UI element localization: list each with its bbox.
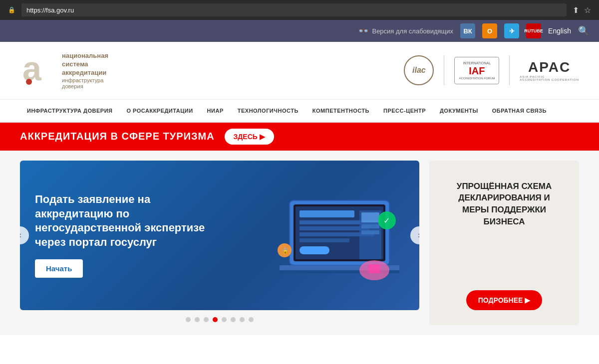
lock-icon: 🔒	[8, 6, 15, 13]
nav-item-documents[interactable]: ДОКУМЕНТЫ	[433, 100, 485, 122]
svg-text:✓: ✓	[383, 216, 390, 225]
dot-8[interactable]	[249, 317, 254, 322]
slide-image: ✓ 🔒	[260, 171, 409, 300]
iaf-logo: INTERNATIONAL IAF ACCREDITATION FORUM	[454, 55, 499, 85]
search-button[interactable]: 🔍	[578, 25, 589, 36]
nav-item-feedback[interactable]: ОБРАТНАЯ СВЯЗЬ	[485, 100, 554, 122]
ilac-logo: ilac	[404, 55, 434, 85]
url-text: https://fsa.gov.ru	[26, 6, 74, 14]
dot-7[interactable]	[240, 317, 245, 322]
side-panel-button[interactable]: ПОДРОБНЕЕ ▶	[466, 290, 543, 310]
dot-4[interactable]	[213, 317, 218, 322]
slide-start-button[interactable]: Начать	[35, 259, 83, 278]
logo-text: национальнаясистемааккредитации инфрастр…	[62, 52, 108, 89]
svg-rect-7	[300, 226, 369, 230]
logo-icon[interactable]: а	[20, 53, 55, 88]
slider-section: ‹ Подать заявление на аккредитацию по не…	[20, 161, 419, 325]
tourism-banner: АККРЕДИТАЦИЯ В СФЕРЕ ТУРИЗМА ЗДЕСЬ ▶	[0, 123, 599, 151]
nav-list: ИНФРАСТРУКТУРА ДОВЕРИЯ О РОСАККРЕДИТАЦИИ…	[20, 100, 579, 122]
banner-button[interactable]: ЗДЕСЬ ▶	[225, 129, 274, 145]
apac-logo: APAC ASIA PACIFICACCREDITATION COOPERATI…	[520, 55, 579, 85]
side-panel: УПРОЩЁННАЯ СХЕМА ДЕКЛАРИРОВАНИЯ И МЕРЫ П…	[429, 161, 579, 325]
divider-2	[509, 55, 510, 85]
bookmark-icon[interactable]: ☆	[584, 5, 591, 15]
nav-item-technology[interactable]: ТЕХНОЛОГИЧНОСТЬ	[231, 100, 305, 122]
main-content: ‹ Подать заявление на аккредитацию по не…	[0, 151, 599, 335]
logo-section: а национальнаясистемааккредитации инфрас…	[20, 52, 108, 89]
ok-button[interactable]: О	[482, 23, 497, 38]
slider-dots	[20, 317, 419, 322]
svg-text:а: а	[22, 53, 42, 87]
logo-subtitle: инфраструктурадоверия	[62, 77, 108, 89]
ilac-circle-logo: ilac	[404, 55, 434, 85]
dot-5[interactable]	[222, 317, 227, 322]
slide-content: Подать заявление на аккредитацию по него…	[35, 192, 225, 278]
svg-rect-9	[300, 238, 349, 242]
side-panel-title: УПРОЩЁННАЯ СХЕМА ДЕКЛАРИРОВАНИЯ И МЕРЫ П…	[444, 181, 564, 228]
nav-item-about[interactable]: О РОСАККРЕДИТАЦИИ	[119, 100, 200, 122]
rutube-button[interactable]: RUTUBE	[526, 23, 541, 38]
svg-rect-14	[361, 230, 379, 234]
dot-6[interactable]	[231, 317, 236, 322]
header: а национальнаясистемааккредитации инфрас…	[0, 42, 599, 100]
slide: ‹ Подать заявление на аккредитацию по не…	[20, 161, 419, 310]
svg-rect-12	[361, 212, 379, 222]
nav-item-niar[interactable]: НИАР	[200, 100, 231, 122]
dot-1[interactable]	[186, 317, 191, 322]
dot-2[interactable]	[195, 317, 200, 322]
browser-chrome: 🔒 https://fsa.gov.ru ⬆ ☆	[0, 0, 599, 20]
top-bar: 👓 Версия для слабовидящих ВК О ✈ RUTUBE …	[0, 20, 599, 42]
divider-1	[444, 55, 444, 85]
banner-text: АККРЕДИТАЦИЯ В СФЕРЕ ТУРИЗМА	[20, 131, 215, 142]
nav-item-infrastructure[interactable]: ИНФРАСТРУКТУРА ДОВЕРИЯ	[20, 100, 119, 122]
svg-point-1	[26, 79, 32, 85]
visually-impaired-text[interactable]: Версия для слабовидящих	[372, 27, 453, 35]
dot-3[interactable]	[204, 317, 209, 322]
address-bar[interactable]: https://fsa.gov.ru	[21, 3, 567, 16]
partner-logos: ilac INTERNATIONAL IAF ACCREDITATION FOR…	[404, 55, 579, 85]
visually-impaired-section: 👓 Версия для слабовидящих	[358, 25, 453, 36]
nav-item-competence[interactable]: КОМПЕТЕНТНОСТЬ	[305, 100, 376, 122]
navigation-bar: ИНФРАСТРУКТУРА ДОВЕРИЯ О РОСАККРЕДИТАЦИИ…	[0, 100, 599, 123]
logo-title: национальнаясистемааккредитации	[62, 52, 108, 77]
svg-rect-23	[368, 264, 380, 273]
svg-rect-13	[361, 224, 379, 228]
svg-text:🔒: 🔒	[282, 247, 289, 254]
glasses-icon: 👓	[358, 25, 369, 36]
nav-item-press[interactable]: ПРЕСС-ЦЕНТР	[376, 100, 433, 122]
svg-rect-5	[300, 210, 354, 217]
next-button[interactable]: ›	[410, 226, 419, 244]
english-link[interactable]: English	[548, 27, 571, 35]
svg-rect-10	[300, 246, 329, 254]
prev-button[interactable]: ‹	[20, 226, 29, 244]
telegram-button[interactable]: ✈	[504, 23, 519, 38]
slide-title: Подать заявление на аккредитацию по него…	[35, 192, 225, 249]
share-icon[interactable]: ⬆	[573, 5, 579, 15]
browser-action-buttons: ⬆ ☆	[573, 5, 591, 15]
vk-button[interactable]: ВК	[460, 23, 475, 38]
